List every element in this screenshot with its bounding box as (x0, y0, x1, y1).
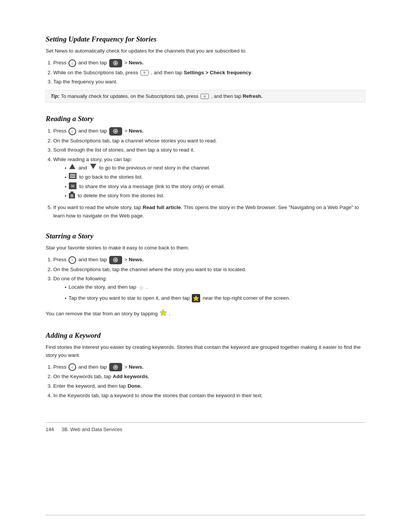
step-text: and then tap (78, 60, 108, 66)
bullet-text: Locate the story, and then tap (68, 283, 136, 291)
news-icon-4 (109, 363, 122, 371)
step-text: and then tap (78, 364, 108, 370)
svg-rect-4 (71, 194, 72, 197)
step-text: On the Keywords tab, tap Add keywords. (53, 374, 149, 379)
star-outline-icon: ☆ (139, 283, 144, 293)
down-arrow-icon (90, 164, 96, 169)
home-button-icon-2: ⌂ (68, 128, 76, 135)
section-title-2: Reading a Story (46, 115, 365, 123)
svg-marker-8 (160, 309, 167, 316)
bullet-text: to delete the story from the stories lis… (78, 192, 164, 200)
menu-button-icon-tip (201, 94, 209, 99)
step-4-3: Enter the keyword, and then tap Done. (53, 382, 365, 390)
step-2-4: While reading a story, you can tap: and … (53, 155, 365, 201)
step-2-2: On the Subscriptions tab, tap a channel … (53, 137, 365, 145)
stories-list-icon (69, 173, 76, 179)
svg-rect-3 (70, 192, 73, 193)
step-text: > News. (124, 128, 144, 134)
section-title-3: Starring a Story (46, 232, 365, 240)
section-1-intro: Set News to automatically check for upda… (46, 47, 365, 55)
footer-section: 3B. Web and Data Services (62, 427, 122, 432)
section-title-1: Setting Update Frequency for Stories (46, 35, 365, 43)
svg-rect-5 (72, 194, 73, 197)
tip-label: Tip: (51, 93, 60, 99)
delete-icon (69, 192, 75, 201)
bullet-text: Tap the story you want to star to open i… (68, 294, 190, 302)
step-2-3: Scroll through the list of stories, and … (53, 146, 365, 154)
starring-bullets: Locate the story, and then tap ☆ . Tap t… (65, 283, 365, 305)
bullet-list-icon: to go back to the stories list. (65, 173, 365, 181)
star-filled-icon (192, 294, 200, 305)
bullet-text: . (146, 283, 148, 291)
step-2-1: Press ⌂ and then tap > News. (53, 127, 365, 135)
section-4-intro: Find stories the interest you easier by … (46, 343, 365, 359)
section-3-intro: Star your favorite stories to make it ea… (46, 244, 365, 252)
step-text: > News. (124, 60, 144, 66)
step-1-2: While on the Subscriptions tab, press , … (53, 69, 365, 77)
step-text: Press (53, 364, 68, 370)
section-2-steps: Press ⌂ and then tap > News. On the Subs… (53, 127, 365, 220)
svg-rect-2 (69, 193, 75, 198)
reading-bullets: and to go to the previous or next story … (65, 164, 365, 201)
footer-note-text: You can remove the star from an story by… (46, 311, 159, 316)
step-3-1: Press ⌂ and then tap > News. (53, 256, 365, 264)
step-3-2: On the Subscriptions tab, tap the channe… (53, 265, 365, 274)
up-arrow-icon (69, 164, 75, 169)
step-4-1: Press ⌂ and then tap > News. (53, 363, 365, 371)
step-text: and then tap (78, 128, 108, 134)
footer-note-after: . (169, 311, 170, 316)
step-text: While on the Subscriptions tab, press (53, 70, 140, 75)
section-3-steps: Press ⌂ and then tap > News. On the Subs… (53, 256, 365, 305)
step-3-3: Do one of the following: Locate the stor… (53, 275, 365, 305)
step-text: If you want to read the whole story, tap… (53, 204, 359, 219)
step-text: Enter the keyword, and then tap Done. (53, 383, 142, 389)
step-text: Do one of the following: (53, 276, 107, 281)
tip-box: Tip: To manually check for updates, on t… (46, 90, 365, 103)
bullet-text: and (78, 164, 87, 172)
step-text: Press (53, 257, 68, 262)
step-2-5: If you want to read the whole story, tap… (53, 203, 365, 220)
star-color-icon (159, 308, 167, 319)
home-button-icon-4: ⌂ (68, 363, 76, 371)
bullet-star-outline: Locate the story, and then tap ☆ . (65, 283, 365, 293)
step-text: Press (53, 60, 68, 66)
step-1-1: Press ⌂ and then tap > News. (53, 59, 365, 67)
step-text: and then tap (78, 257, 108, 262)
bullet-text: near the top-right corner of the screen. (202, 294, 290, 302)
bullet-text: to go back to the stories list. (79, 173, 143, 181)
step-1-3: Tap the frequency you want. (53, 78, 365, 86)
bullet-text: to go to the previous or next story in t… (99, 164, 210, 172)
news-icon-3 (109, 256, 122, 264)
share-icon: ✉ (69, 182, 76, 189)
menu-button-icon (140, 70, 149, 75)
news-icon-2 (109, 127, 122, 136)
bullet-text: to share the story via a message (link t… (79, 182, 225, 191)
tip-text: To manually check for updates, on the Su… (61, 93, 200, 99)
news-icon (109, 59, 122, 67)
page-number: 144 (46, 427, 54, 432)
bullet-share-icon: ✉ to share the story via a message (link… (65, 182, 365, 191)
step-text: Press (53, 128, 68, 134)
section-4-steps: Press ⌂ and then tap > News. On the Keyw… (53, 363, 365, 399)
tip-text-after: , and then tap Refresh. (211, 93, 263, 99)
bullet-delete-icon: to delete the story from the stories lis… (65, 192, 365, 201)
footer-bar: 144 3B. Web and Data Services (46, 422, 365, 432)
page-footer (0, 512, 411, 517)
section-1-steps: Press ⌂ and then tap > News. While on th… (53, 59, 365, 86)
step-text: While reading a story, you can tap: (53, 157, 132, 162)
home-button-icon-3: ⌂ (68, 256, 76, 264)
step-text: > News. (124, 364, 144, 370)
footer-separator (46, 515, 365, 515)
step-text: , and then tap Settings > Check frequenc… (151, 70, 253, 75)
step-4-2: On the Keywords tab, tap Add keywords. (53, 372, 365, 381)
home-button-icon: ⌂ (68, 59, 76, 67)
section-title-4: Adding a Keyword (46, 331, 365, 340)
step-4-4: In the Keywords tab, tap a keyword to sh… (53, 391, 365, 400)
bullet-arrows: and to go to the previous or next story … (65, 164, 365, 172)
bullet-star-filled: Tap the story you want to star to open i… (65, 294, 365, 305)
svg-text:✉: ✉ (71, 184, 75, 189)
starring-footer-note: You can remove the star from an story by… (46, 308, 365, 319)
step-text: > News. (124, 257, 144, 262)
